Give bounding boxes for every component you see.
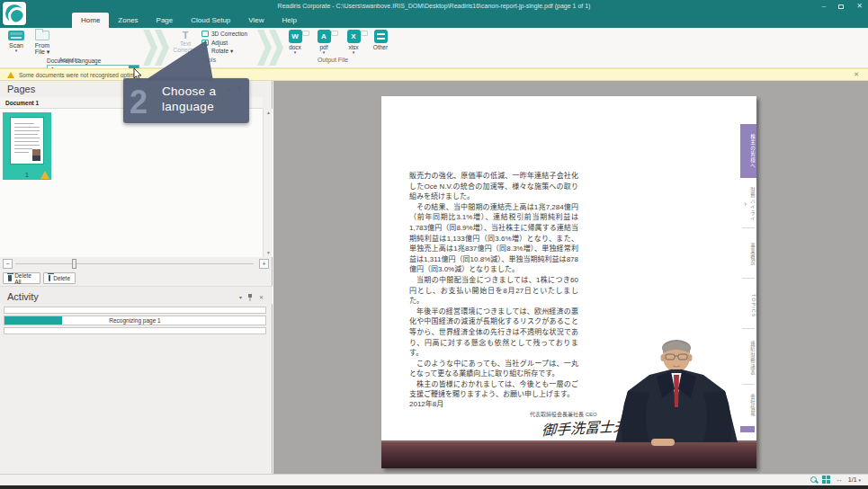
pin-icon[interactable] xyxy=(247,294,253,301)
tab-home[interactable]: Home xyxy=(72,13,109,28)
side-tab-financial-highlights: 財務ハイライト xyxy=(740,184,756,224)
maximize-button[interactable] xyxy=(838,4,844,9)
thumbnail-photo xyxy=(32,149,40,161)
fit-width-icon[interactable]: ↔ xyxy=(836,476,843,484)
thumbnail-scrollbar[interactable]: ▲ ▼ xyxy=(263,109,273,257)
minimize-button[interactable]: – xyxy=(822,0,826,13)
scanner-icon xyxy=(8,31,24,40)
tab-page[interactable]: Page xyxy=(148,13,183,28)
executive-photo xyxy=(603,335,751,442)
readiris-logo-icon xyxy=(5,4,23,22)
page-thumbnail-selected[interactable]: 1 xyxy=(3,112,51,180)
warning-triangle-icon xyxy=(7,72,14,78)
zoom-in-button[interactable]: + xyxy=(259,259,269,269)
notification-close-icon[interactable]: ✕ xyxy=(854,71,859,78)
folder-badge-icon xyxy=(331,31,338,36)
output-file-group-label: Output File xyxy=(270,57,396,63)
side-tab-shareholders: 株主の皆様へ xyxy=(740,124,756,178)
side-tab-business-overview: 事業概況 xyxy=(740,236,756,273)
progress-label: Recognizing page 1 xyxy=(4,317,265,324)
document-viewer: 販売力の強化、原価率の低減、一昨年連結子会社化したOcé N.V.の統合の加速等… xyxy=(273,81,868,474)
trash-icon xyxy=(49,275,50,281)
ribbon-tab-strip: Home Zones Page Cloud Setup View Help xyxy=(0,13,868,28)
readiris-logo[interactable] xyxy=(3,2,26,25)
clasped-hands xyxy=(651,439,675,446)
chevron-down-icon: ▾ xyxy=(858,477,861,483)
progress-bar-empty xyxy=(4,327,266,334)
step-callout: 2 Choose a language xyxy=(123,78,249,123)
recognition-progress-bar: Recognizing page 1 xyxy=(4,316,266,325)
activity-panel-header: Activity ▾ ✕ xyxy=(0,286,273,304)
folder-badge-icon xyxy=(302,31,309,36)
window-title: Readiris Corporate - C:\Users\swanbove.I… xyxy=(278,3,591,9)
chevron-down-icon: ▾ xyxy=(4,49,29,52)
tab-zones[interactable]: Zones xyxy=(109,13,147,28)
activity-panel-title: Activity xyxy=(7,291,39,302)
document-page-preview[interactable]: 販売力の強化、原価率の低減、一昨年連結子会社化したOcé N.V.の統合の加速等… xyxy=(381,96,756,468)
chevron-down-icon[interactable]: ▾ xyxy=(239,294,242,300)
desk xyxy=(381,440,756,468)
output-docx-button[interactable]: W docx ▾ xyxy=(282,30,309,54)
window-controls: – ✕ xyxy=(822,0,863,13)
output-xlsx-button[interactable]: X xlsx ▾ xyxy=(340,30,367,54)
callout-step-number: 2 xyxy=(130,84,148,121)
excel-xlsx-icon: X xyxy=(347,30,361,43)
word-docx-icon: W xyxy=(289,30,302,43)
status-bar: ↔ 1/1 ▾ xyxy=(0,474,868,485)
other-format-sliders-icon xyxy=(374,30,388,43)
magnifier-icon[interactable] xyxy=(810,476,817,483)
output-other-button[interactable]: Other xyxy=(367,30,394,50)
side-tab-topics: TOPICS xyxy=(740,287,756,325)
callout-pointer xyxy=(117,36,252,81)
zoom-out-button[interactable]: − xyxy=(3,259,13,269)
document-date: 2012年8月 xyxy=(409,398,443,408)
tab-help[interactable]: Help xyxy=(273,13,306,28)
taskbar-edge xyxy=(0,485,868,489)
scan-button[interactable]: Scan ▾ xyxy=(4,30,29,52)
document-body-text: 販売力の強化、原価率の低減、一昨年連結子会社化したOcé N.V.の統合の加速等… xyxy=(409,171,578,400)
tab-view[interactable]: View xyxy=(239,13,273,28)
folder-icon xyxy=(35,31,49,40)
fit-view-icon[interactable] xyxy=(822,476,830,484)
thumbnail-zoom-slider-row: − + xyxy=(0,259,273,271)
close-button[interactable]: ✕ xyxy=(856,0,863,13)
output-pdf-button[interactable]: A pdf ▾ xyxy=(310,30,337,54)
zoom-slider-track[interactable] xyxy=(15,263,254,264)
page-indicator[interactable]: 1/1 ▾ xyxy=(848,476,861,483)
delete-button[interactable]: Delete xyxy=(43,272,76,284)
readiris-window: Readiris Corporate - C:\Users\swanbove.I… xyxy=(0,0,868,489)
trash-icon xyxy=(8,275,12,281)
from-file-button[interactable]: From File ▾ xyxy=(30,30,55,56)
progress-bar-empty xyxy=(4,307,266,314)
title-bar: Readiris Corporate - C:\Users\swanbove.I… xyxy=(0,0,868,13)
pdf-icon: A xyxy=(318,30,331,43)
acquire-group-label: Acquire xyxy=(24,57,114,63)
delete-all-button[interactable]: Delete All xyxy=(3,272,40,284)
zoom-slider-handle[interactable] xyxy=(72,259,76,269)
thumbnail-page-image xyxy=(10,117,44,164)
scroll-up-icon[interactable]: ▲ xyxy=(264,109,273,117)
pages-panel-title: Pages xyxy=(7,84,35,94)
thumbnail-list: 1 xyxy=(0,109,263,257)
thumbnail-warning-icon xyxy=(40,171,49,179)
tab-cloud-setup[interactable]: Cloud Setup xyxy=(182,13,239,28)
close-icon[interactable]: ✕ xyxy=(259,294,264,300)
callout-text: Choose a language xyxy=(162,84,216,114)
scroll-down-icon[interactable]: ▼ xyxy=(264,249,273,257)
left-panel: Pages ▾ Document 1 xyxy=(0,81,273,474)
